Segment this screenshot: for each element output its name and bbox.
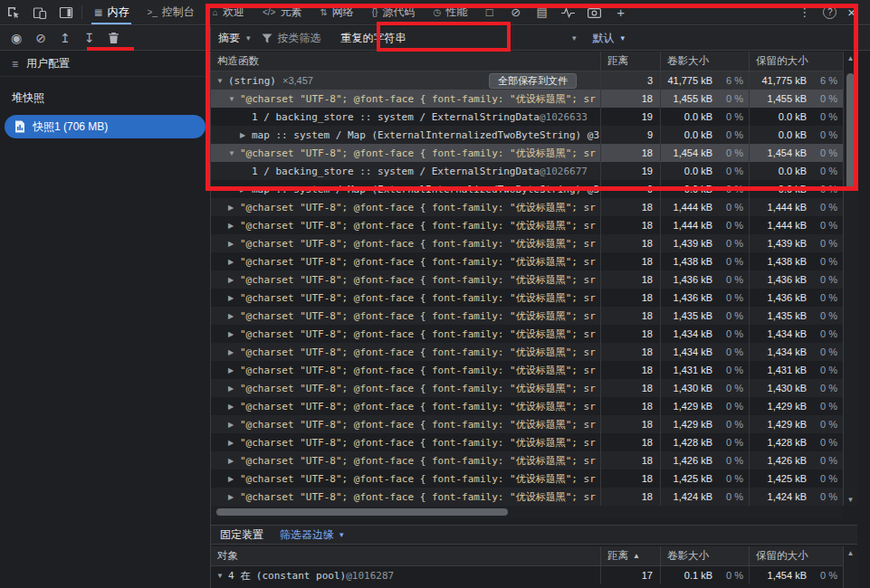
square-tool-icon[interactable]: □ <box>476 0 502 24</box>
heap-grid-row[interactable]: ▶"@charset "UTF-8"; @font-face { font-fa… <box>211 451 843 469</box>
heap-grid-row[interactable]: ▶"@charset "UTF-8"; @font-face { font-fa… <box>211 252 843 270</box>
expand-icon[interactable]: ▶ <box>228 493 240 501</box>
heap-grid-row[interactable]: ▶"@charset "UTF-8"; @font-face { font-fa… <box>211 289 843 307</box>
tab-memory[interactable]: ▦ 内存 <box>85 0 138 24</box>
class-filter-input[interactable]: 按类筛选 <box>262 31 321 46</box>
retainers-scrollbar[interactable]: ▲ <box>843 546 857 588</box>
expand-icon[interactable]: ▶ <box>228 475 240 483</box>
heap-grid-row[interactable]: ▶"@charset "UTF-8"; @font-face { font-fa… <box>211 270 843 289</box>
tab-elements[interactable]: </> 元素 <box>253 0 311 24</box>
heap-grid-row[interactable]: ▼(string)×3,457全部保存到文件341,775 kB6 %41,77… <box>211 71 843 90</box>
scroll-down-icon[interactable]: ▼ <box>844 493 857 506</box>
heap-grid-row[interactable]: ▶"@charset "UTF-8"; @font-face { font-fa… <box>211 216 843 234</box>
tab-console[interactable]: >_ 控制台 <box>138 0 203 24</box>
heap-grid-row[interactable]: ▶"@charset "UTF-8"; @font-face { font-fa… <box>211 469 843 488</box>
heap-grid-row[interactable]: ▶"@charset "UTF-8"; @font-face { font-fa… <box>211 415 843 433</box>
load-profile-icon[interactable]: ↥ <box>60 31 71 45</box>
filter-edges-select[interactable]: 筛选器边缘 ▾ <box>280 527 344 543</box>
column-header-distance[interactable]: 距离 ▲ <box>600 546 660 565</box>
expand-icon[interactable]: ▶ <box>228 366 240 375</box>
expand-icon[interactable]: ▶ <box>228 240 240 248</box>
dock-panel-icon[interactable] <box>53 0 79 24</box>
tab-welcome[interactable]: ⌂ 欢迎 <box>204 0 253 24</box>
expand-icon[interactable]: ▶ <box>228 348 240 356</box>
column-header-shallow-size[interactable]: 卷影大小 <box>660 52 749 71</box>
heap-grid-row[interactable]: ▶"@charset "UTF-8"; @font-face { font-fa… <box>211 379 843 397</box>
heap-grid-row[interactable]: ▶map :: system / Map (ExternalInternaliz… <box>211 126 843 144</box>
add-tool-icon[interactable]: + <box>607 0 634 24</box>
tab-network[interactable]: ⇅ 网络 <box>311 0 362 24</box>
tab-sources[interactable]: {} 源代码 <box>363 0 425 24</box>
column-header-object[interactable]: 对象 <box>211 546 600 565</box>
cell-retained-size: 1,429 kB <box>749 397 810 415</box>
expand-icon[interactable]: ▶ <box>228 421 240 429</box>
duplicated-strings-select[interactable]: 重复的字符串 ▾ <box>336 31 582 46</box>
expand-icon[interactable]: ▶ <box>228 403 240 411</box>
heap-grid-row[interactable]: 1 / backing_store :: system / ExternalSt… <box>211 162 843 180</box>
expand-icon[interactable]: ▶ <box>228 258 240 266</box>
horizontal-scrollbar-thumb[interactable] <box>216 508 508 516</box>
help-icon[interactable]: ? <box>823 5 837 19</box>
column-header-distance[interactable]: 距离 <box>600 52 660 71</box>
expand-icon[interactable]: ▶ <box>228 276 240 284</box>
close-icon[interactable]: × <box>842 5 861 20</box>
cell-distance: 18 <box>600 379 660 397</box>
heap-grid-row[interactable]: ▶"@charset "UTF-8"; @font-face { font-fa… <box>211 361 843 379</box>
snapshot-item[interactable]: 快照1 (706 MB) <box>5 115 206 138</box>
heap-grid-row[interactable]: ▶"@charset "UTF-8"; @font-face { font-fa… <box>211 307 843 325</box>
tab-performance[interactable]: ◷ 性能 <box>424 0 476 24</box>
record-heap-snapshot-icon[interactable]: ◉ <box>11 31 22 45</box>
expand-icon[interactable]: ▶ <box>228 204 240 212</box>
device-emulation-icon[interactable] <box>26 0 53 24</box>
heap-grid-row[interactable]: ▶"@charset "UTF-8"; @font-face { font-fa… <box>211 198 843 216</box>
heap-grid-row[interactable]: ▶"@charset "UTF-8"; @font-face { font-fa… <box>211 343 843 361</box>
pulse-tool-icon[interactable] <box>555 0 581 24</box>
expand-icon[interactable]: ▶ <box>228 222 240 230</box>
retainer-row[interactable]: ▼4 在 (constant pool) @1016287170.1 kB0 %… <box>211 566 843 584</box>
expand-icon[interactable]: ▶ <box>228 312 240 320</box>
scroll-up-icon[interactable]: ▲ <box>844 546 857 559</box>
cell-retained-percent: 0 % <box>810 379 843 397</box>
heap-grid-row[interactable]: ▶"@charset "UTF-8"; @font-face { font-fa… <box>211 397 843 415</box>
vertical-scrollbar[interactable]: ▲ ▼ <box>843 52 857 506</box>
collapse-icon[interactable]: ▼ <box>216 572 228 580</box>
collapse-icon[interactable]: ▼ <box>216 77 228 85</box>
screenshot-tool-icon[interactable] <box>581 0 607 24</box>
save-profile-icon[interactable]: ↧ <box>84 31 95 45</box>
heap-grid-row[interactable]: ▶"@charset "UTF-8"; @font-face { font-fa… <box>211 234 843 252</box>
expand-icon[interactable]: ▶ <box>228 330 240 338</box>
more-options-icon[interactable]: ⋮ <box>791 5 817 19</box>
clear-snapshots-icon[interactable]: ⊘ <box>35 31 46 45</box>
expand-icon[interactable]: ▶ <box>240 185 252 194</box>
heap-grid-row[interactable]: ▼"@charset "UTF-8"; @font-face { font-fa… <box>211 90 843 108</box>
heap-grid-row[interactable]: ▶map :: system / Map (ExternalInternaliz… <box>211 180 843 198</box>
heap-grid-row[interactable]: 1 / backing_store :: system / ExternalSt… <box>211 108 843 126</box>
context-select[interactable]: 默认 ▾ <box>593 31 626 46</box>
scroll-up-icon[interactable]: ▲ <box>844 52 857 64</box>
delete-snapshot-icon[interactable] <box>108 32 120 44</box>
heap-grid-row[interactable]: ▼"@charset "UTF-8"; @font-face { font-fa… <box>211 144 843 162</box>
column-header-retained-size[interactable]: 保留的大小 <box>749 52 843 71</box>
collapse-icon[interactable]: ▼ <box>228 149 240 157</box>
profiles-header[interactable]: ≡ 用户配置 <box>0 52 210 77</box>
snapshot-file-icon <box>14 120 25 133</box>
expand-icon[interactable]: ▶ <box>228 439 240 447</box>
block-tool-icon[interactable]: ⊘ <box>502 0 529 24</box>
column-header-retained-size[interactable]: 保留的大小 <box>749 546 843 565</box>
save-all-to-file-button[interactable]: 全部保存到文件 <box>489 73 577 89</box>
expand-icon[interactable]: ▶ <box>240 131 252 139</box>
column-header-constructor[interactable]: 构造函数 <box>211 52 600 71</box>
document-tool-icon[interactable]: ▤ <box>529 0 555 24</box>
expand-icon[interactable]: ▶ <box>228 294 240 302</box>
heap-grid-row[interactable]: ▶"@charset "UTF-8"; @font-face { font-fa… <box>211 325 843 343</box>
expand-icon[interactable]: ▶ <box>228 457 240 465</box>
heap-grid-row[interactable]: ▶"@charset "UTF-8"; @font-face { font-fa… <box>211 488 843 506</box>
view-mode-select[interactable]: 摘要 ▾ <box>218 31 251 46</box>
expand-icon[interactable]: ▶ <box>228 384 240 393</box>
vertical-scrollbar-thumb[interactable] <box>846 73 855 191</box>
collapse-icon[interactable]: ▼ <box>228 95 240 103</box>
horizontal-scrollbar[interactable] <box>211 506 843 518</box>
heap-grid-row[interactable]: ▶"@charset "UTF-8"; @font-face { font-fa… <box>211 433 843 451</box>
inspect-element-icon[interactable] <box>0 0 26 24</box>
column-header-shallow-size[interactable]: 卷影大小 <box>660 546 749 565</box>
